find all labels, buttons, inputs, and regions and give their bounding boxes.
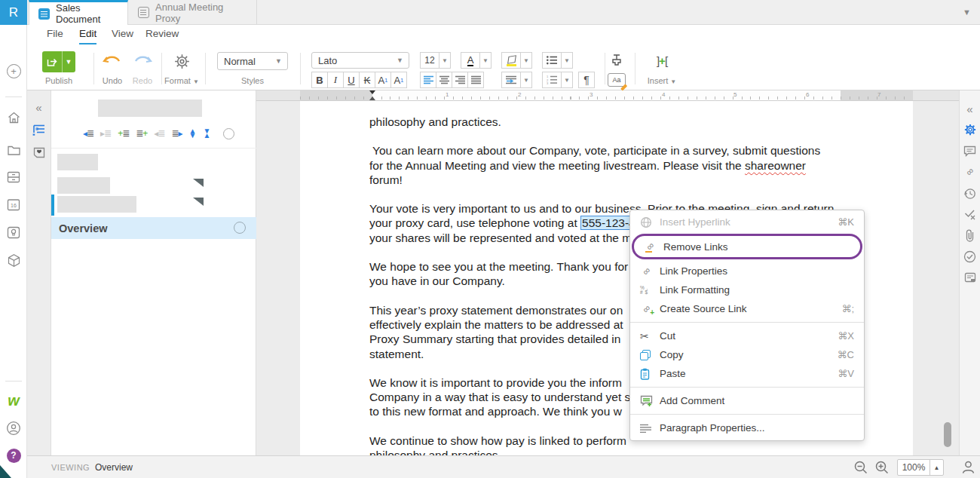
horizontal-ruler[interactable]: 1 2 3 4 5 6 7 [256,90,959,101]
edit-text-style-icon[interactable]: Aa [606,72,627,88]
align-center-button[interactable] [436,72,452,88]
insert-icon[interactable]: ]+[ [647,51,677,69]
settings-gear-icon[interactable] [960,121,980,139]
highlight-button[interactable] [501,52,521,69]
comments-icon[interactable] [960,142,980,160]
numbered-list-button[interactable]: 123 [542,72,562,88]
underline-button[interactable]: U [343,72,360,88]
menu-item-remove-links[interactable]: ∞ Remove Links [634,236,860,257]
remove-link-icon: ∞ [644,241,663,253]
add-section-above-icon[interactable]: +≣ [118,128,129,139]
menu-item-paste[interactable]: Paste ⌘V [630,364,864,383]
menu-item-link-formatting[interactable]: % ,# $ Link Formatting [630,280,864,299]
notes-icon[interactable] [960,268,980,286]
bold-button[interactable]: B [311,72,328,88]
margin-marker[interactable] [369,90,376,100]
font-size-value[interactable]: 12 [420,52,439,69]
bookmarks-icon[interactable] [27,143,51,161]
menu-view[interactable]: View [112,28,133,43]
vertical-scrollbar[interactable] [944,422,951,447]
outline-item-overview[interactable]: Overview [51,217,256,239]
publish-button[interactable]: ▼ [42,51,75,72]
highlight-caret[interactable]: ▼ [520,52,532,69]
attachments-icon[interactable] [960,226,980,244]
align-right-button[interactable] [452,72,468,88]
home-icon[interactable] [0,108,27,127]
document-icon [138,7,149,18]
menu-item-insert-hyperlink[interactable]: Insert Hyperlink ⌘K [630,213,864,231]
menu-item-add-comment[interactable]: Add Comment [630,391,864,410]
app-logo[interactable]: R [0,0,27,25]
menu-item-link-properties[interactable]: ∞ Link Properties [630,262,864,280]
create-button[interactable]: + [0,61,27,81]
strikethrough-button[interactable]: K [359,72,375,88]
justify-button[interactable] [467,72,484,88]
approvals-icon[interactable] [960,247,980,265]
text-color-button[interactable]: A [461,52,480,69]
format-gear-icon[interactable] [166,50,198,72]
collapse-all-icon[interactable]: ▼▲ [203,129,210,138]
undo-button[interactable] [100,53,125,71]
tab-sales-document[interactable]: Sales Document [29,0,128,25]
promote-section-icon[interactable]: ◂≣ [83,128,93,139]
section-status-circle[interactable] [234,222,246,234]
indent-button[interactable] [501,72,521,88]
zoom-caret[interactable]: ▲ [929,460,943,475]
move-section-icon[interactable]: ◂≣ [154,128,164,139]
links-icon[interactable]: ∞ [960,163,980,181]
outline-status-circle[interactable] [223,128,234,139]
expand-all-icon[interactable]: ▲▼ [189,129,197,138]
format-painter-icon[interactable] [606,51,627,68]
outline-item-placeholder[interactable] [57,154,98,170]
zoom-level-dropdown[interactable]: 100% ▲ [897,459,944,476]
presence-user-icon[interactable] [960,459,975,474]
subscript-button[interactable]: A1 [390,72,407,88]
text-color-group: A ▼ [461,52,492,69]
zoom-out-icon[interactable] [853,460,868,475]
bullet-list-button[interactable] [542,52,562,69]
italic-button[interactable]: I [327,72,344,88]
collapse-right-panel-icon[interactable]: « [960,100,980,118]
flag-icon [193,198,204,206]
menu-item-create-source-link[interactable]: ∞+ Create Source Link ⌘; [630,299,864,318]
font-size-caret[interactable]: ▼ [439,52,451,69]
help-button[interactable]: ? [0,446,27,465]
insert-section-icon[interactable]: ≣▸ [171,128,182,139]
publish-caret[interactable]: ▼ [63,51,75,72]
tab-overflow-caret[interactable]: ▼ [963,8,971,17]
track-changes-icon[interactable] [960,205,980,223]
viewing-section[interactable]: Overview [95,462,133,473]
menu-edit[interactable]: Edit [79,28,96,44]
add-section-below-icon[interactable]: ≣+ [136,128,147,139]
menu-file[interactable]: File [47,28,63,43]
history-icon[interactable] [960,184,980,202]
menu-item-cut[interactable]: ✂ Cut ⌘X [630,326,864,345]
menu-review[interactable]: Review [145,28,179,43]
tab-annual-meeting-proxy[interactable]: Annual Meeting Proxy [129,0,257,25]
outline-view-icon[interactable] [27,121,51,139]
indent-caret[interactable]: ▼ [520,72,532,88]
text-color-caret[interactable]: ▼ [479,52,492,69]
folder-icon[interactable] [0,140,27,160]
outline-item-placeholder[interactable] [57,177,110,194]
collapse-panel-icon[interactable]: « [27,98,51,116]
file-cabinet-icon[interactable] [0,167,27,187]
menu-item-copy[interactable]: Copy ⌘C [630,345,864,364]
zoom-in-icon[interactable] [874,460,890,475]
bullet-list-caret[interactable]: ▼ [561,52,573,69]
styles-dropdown[interactable]: Normal ▼ [217,52,288,70]
font-dropdown[interactable]: Lato ▼ [311,52,409,69]
calendar-icon[interactable]: 16 [0,195,27,214]
demote-section-icon[interactable]: ▸≣ [100,128,111,139]
numbered-list-caret[interactable]: ▼ [561,72,573,88]
account-icon[interactable] [0,418,27,438]
templates-icon[interactable] [0,222,27,242]
outline-item-placeholder[interactable] [57,196,136,213]
show-paragraph-marks-button[interactable]: ¶ [578,72,595,88]
menu-bar: File Edit View Review [27,25,980,47]
cube-icon[interactable] [0,250,27,270]
superscript-button[interactable]: A1 [375,72,391,88]
redo-button[interactable] [130,53,155,71]
menu-item-paragraph-properties[interactable]: Paragraph Properties... [630,418,864,437]
align-left-button[interactable] [420,72,436,88]
